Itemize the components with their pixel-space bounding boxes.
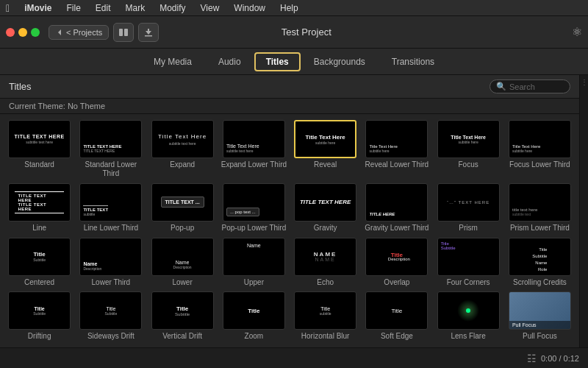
- title-item-echo[interactable]: NAME NAME Echo: [292, 238, 359, 288]
- title-label-echo: Echo: [317, 278, 334, 287]
- title-item-sideways-drift[interactable]: Title Subtitle Sideways Drift: [77, 291, 144, 342]
- title-item-standard-lower-third[interactable]: TITLE TEXT HERE TITLE TEXT HERE Standard…: [77, 120, 144, 179]
- menubar:  iMovie File Edit Mark Modify View Wind…: [0, 0, 588, 16]
- title-item-reveal[interactable]: Title Text Here subtitle here Reveal: [292, 120, 359, 179]
- title-item-prism-lower-third[interactable]: title text here subtitle text Prism Lowe…: [506, 183, 573, 233]
- title-item-centered[interactable]: Title Subtitle Centered: [6, 238, 73, 288]
- minimize-button[interactable]: [18, 28, 27, 37]
- projects-button[interactable]: < Projects: [49, 25, 109, 40]
- title-label-expand: Expand: [170, 160, 195, 169]
- search-input[interactable]: [509, 82, 568, 91]
- title-item-gravity[interactable]: TITLE TEXT HERE Gravity: [292, 183, 359, 233]
- title-item-focus[interactable]: Title Text Here subtitle here Focus: [435, 120, 502, 179]
- title-item-pop-up-lower-third[interactable]: ... pop text ... Pop-up Lower Third: [220, 183, 287, 233]
- title-item-four-corners[interactable]: TitleSubtitle Four Corners: [435, 238, 502, 288]
- title-item-expand[interactable]: Title Text Here subtitle text here Expan…: [149, 120, 216, 179]
- title-thumb-prism: “…” TEXT HERE: [437, 183, 500, 222]
- title-item-reveal-lower-third[interactable]: Title Text Here subtitle here Reveal Low…: [363, 120, 430, 179]
- title-item-expand-lower-third[interactable]: Title Text Here subtitle text here Expan…: [220, 120, 287, 179]
- title-label-overlap: Overlap: [384, 278, 409, 287]
- title-thumb-standard: TITLE TEXT HERE subtitle text here: [8, 120, 71, 158]
- bottom-bar: ☷ 0:00 / 0:12: [0, 347, 588, 368]
- title-thumb-pop-up-lower-third: ... pop text ...: [223, 183, 285, 222]
- download-button[interactable]: [138, 23, 159, 42]
- title-item-soft-edge[interactable]: Title Soft Edge: [363, 291, 430, 342]
- panel-header: Titles 🔍: [0, 75, 579, 99]
- title-item-line[interactable]: TITLE TEXT HERETITLE TEXT HERE Line: [6, 183, 73, 233]
- menu-window[interactable]: Window: [231, 3, 268, 13]
- title-thumb-vertical-drift: Title Subtitle: [151, 291, 214, 330]
- title-label-pop-up-lower-third: Pop-up Lower Third: [222, 224, 287, 233]
- content-area: Titles 🔍 Current Theme: No Theme TITLE T…: [0, 75, 588, 347]
- menu-file[interactable]: File: [63, 3, 83, 13]
- title-item-scrolling-credits[interactable]: TitleSubtitleNameRole Scrolling Credits: [506, 238, 573, 288]
- main-panel: Titles 🔍 Current Theme: No Theme TITLE T…: [0, 75, 579, 347]
- title-item-overlap[interactable]: Title Description Overlap: [363, 238, 430, 288]
- title-label-horizontal-blur: Horizontal Blur: [301, 332, 350, 341]
- title-thumb-reveal: Title Text Here subtitle here: [294, 120, 356, 158]
- title-item-lens-flare[interactable]: Lens Flare: [435, 291, 502, 342]
- title-label-gravity: Gravity: [314, 224, 337, 233]
- chevron-left-icon: [55, 28, 64, 37]
- search-box[interactable]: 🔍: [490, 79, 570, 93]
- title-item-upper[interactable]: Name Upper: [220, 238, 287, 288]
- title-item-lower[interactable]: Name Description Lower: [149, 238, 216, 288]
- title-thumb-sideways-drift: Title Subtitle: [79, 291, 142, 330]
- menu-mark[interactable]: Mark: [123, 3, 148, 13]
- filter-icon[interactable]: ☷: [527, 353, 537, 364]
- menu-view[interactable]: View: [198, 3, 223, 13]
- title-label-lower: Lower: [173, 278, 193, 287]
- title-thumb-upper: Name: [223, 238, 285, 276]
- side-strip: ⋮: [579, 75, 588, 347]
- traffic-lights: [6, 28, 40, 37]
- title-item-pull-focus[interactable]: Pull Focus Pull Focus: [506, 291, 573, 342]
- title-thumb-lower-third: Name Description: [79, 238, 142, 276]
- settings-icon[interactable]: ⚛: [572, 25, 582, 39]
- title-item-gravity-lower-third[interactable]: TITLE HERE Gravity Lower Third: [363, 183, 430, 233]
- title-label-prism: Prism: [459, 224, 478, 233]
- title-label-prism-lower-third: Prism Lower Third: [510, 224, 570, 233]
- tab-titles[interactable]: Titles: [254, 52, 301, 71]
- title-label-lens-flare: Lens Flare: [451, 332, 486, 341]
- split-view-button[interactable]: [113, 23, 134, 42]
- title-item-lower-third[interactable]: Name Description Lower Third: [77, 238, 144, 288]
- tab-transitions[interactable]: Transitions: [379, 52, 448, 71]
- title-label-centered: Centered: [24, 278, 54, 287]
- tab-my-media[interactable]: My Media: [140, 52, 205, 71]
- title-thumb-lens-flare: [437, 291, 500, 330]
- tab-audio[interactable]: Audio: [205, 52, 254, 71]
- title-label-line: Line: [32, 224, 46, 233]
- title-label-four-corners: Four Corners: [447, 278, 490, 287]
- title-item-standard[interactable]: TITLE TEXT HERE subtitle text here Stand…: [6, 120, 73, 179]
- title-thumb-focus: Title Text Here subtitle here: [437, 120, 500, 158]
- title-item-vertical-drift[interactable]: Title Subtitle Vertical Drift: [149, 291, 216, 342]
- title-item-drifting[interactable]: Title Subtitle Drifting: [6, 291, 73, 342]
- title-thumb-gravity-lower-third: TITLE HERE: [365, 183, 428, 222]
- side-strip-icon[interactable]: ⋮: [581, 78, 588, 86]
- title-item-pop-up[interactable]: TITLE TEXT ... Pop-up: [149, 183, 216, 233]
- title-label-focus: Focus: [459, 160, 478, 169]
- menu-edit[interactable]: Edit: [93, 3, 114, 13]
- title-item-focus-lower-third[interactable]: Title Text Here subtitle here Focus Lowe…: [506, 120, 573, 179]
- title-thumb-overlap: Title Description: [365, 238, 428, 276]
- split-view-icon: [118, 27, 129, 38]
- apple-menu[interactable]: : [6, 2, 10, 14]
- tab-backgrounds[interactable]: Backgrounds: [301, 52, 379, 71]
- menu-modify[interactable]: Modify: [157, 3, 188, 13]
- menu-imovie[interactable]: iMovie: [21, 3, 54, 13]
- title-thumb-scrolling-credits: TitleSubtitleNameRole: [509, 238, 571, 276]
- title-item-line-lower-third[interactable]: TITLE TEXT subtitle Line Lower Third: [77, 183, 144, 233]
- title-thumb-line: TITLE TEXT HERETITLE TEXT HERE: [8, 183, 71, 222]
- svg-rect-4: [148, 29, 149, 32]
- fullscreen-button[interactable]: [31, 28, 40, 37]
- close-button[interactable]: [6, 28, 15, 37]
- title-label-scrolling-credits: Scrolling Credits: [513, 278, 567, 287]
- menu-help[interactable]: Help: [277, 3, 301, 13]
- title-item-zoom[interactable]: Title Zoom: [220, 291, 287, 342]
- title-label-pull-focus: Pull Focus: [523, 332, 557, 341]
- title-item-prism[interactable]: “…” TEXT HERE Prism: [435, 183, 502, 233]
- title-item-horizontal-blur[interactable]: Title subtitle Horizontal Blur: [292, 291, 359, 342]
- svg-marker-0: [58, 29, 61, 35]
- title-label-lower-third: Lower Third: [92, 278, 131, 287]
- svg-rect-5: [145, 35, 152, 37]
